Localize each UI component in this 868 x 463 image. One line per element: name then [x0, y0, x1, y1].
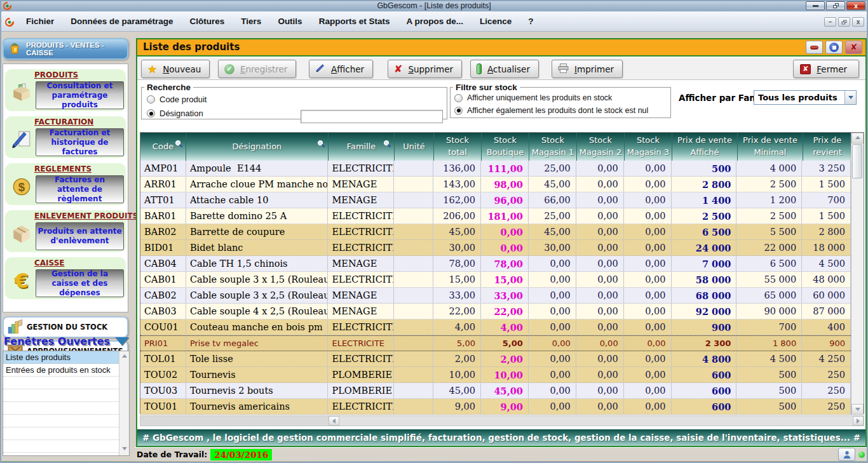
open-window-empty-row — [3, 440, 119, 453]
scroll-down-icon[interactable] — [122, 447, 127, 450]
table-vertical-scrollbar[interactable] — [851, 133, 864, 415]
consultation-produits-button[interactable]: Consultation et paramétrage produits — [36, 81, 124, 109]
column-header-stock_m2[interactable]: Stock Magasin 2 — [577, 133, 625, 161]
chevron-down-icon[interactable] — [115, 337, 129, 346]
menu-item-6[interactable]: A propos de... — [398, 11, 471, 32]
table-row-PRI01[interactable]: PRI01Prise tv megalecELECTRICITE5,005,00… — [140, 335, 851, 351]
menubar-items: FichierDonnées de paramétrageClôturesTie… — [18, 11, 541, 32]
mdi-minimize-button[interactable]: – — [824, 17, 836, 27]
column-header-pv_minimal[interactable]: Prix de vente Minimal — [738, 133, 803, 161]
column-header-famille[interactable]: Famille — [329, 133, 395, 161]
search-magnifier-icon[interactable] — [175, 140, 183, 152]
open-window-item-1[interactable]: Entrées de produits en stock — [3, 364, 119, 377]
afficher-button[interactable]: Afficher — [309, 60, 373, 78]
nouveau-button[interactable]: ★Nouveau — [141, 60, 210, 78]
column-header-stock_m1[interactable]: Stock Magasin 1 — [529, 133, 577, 161]
table-row-BAR02[interactable]: BAR02Barrette de coupureELECTRICITE45,00… — [140, 224, 851, 240]
menu-item-8[interactable]: ? — [520, 11, 541, 32]
pen-icon — [315, 64, 325, 75]
table-row-TOU02[interactable]: TOU02TournevisPLOMBERIE10,0010,000,000,0… — [140, 367, 851, 383]
section-title[interactable]: PRODUITS — [34, 70, 78, 79]
gestion-stock-button[interactable]: GESTION DU STOCK — [3, 316, 128, 338]
imprimer-button[interactable]: Imprimer — [552, 60, 623, 78]
radio-designation[interactable] — [147, 109, 155, 117]
scrollbar-thumb[interactable] — [852, 144, 862, 178]
panel-minimize-button[interactable] — [806, 41, 823, 54]
reglements-button[interactable]: Factures en attente de règlement — [36, 175, 124, 203]
window-minimize-button[interactable] — [806, 1, 825, 10]
enlevement-button[interactable]: Produits en attente d'enlèvement — [36, 222, 124, 250]
column-header-p_revient[interactable]: Prix de revient — [803, 133, 852, 161]
cell-designation: Cable TH 1,5 chinois — [186, 256, 329, 271]
panel-restore-button[interactable] — [825, 41, 843, 54]
cell-code: BAR01 — [140, 208, 186, 224]
scroll-up-icon[interactable] — [122, 354, 127, 358]
fermer-button[interactable]: ✘Fermer — [793, 60, 859, 78]
table-row-TOU03[interactable]: TOU03Tournevis 2 boutsPLOMBERIE45,0045,0… — [140, 383, 851, 399]
table-row-COU01[interactable]: COU01Couteau manche en bois pmELECTRICIT… — [140, 319, 851, 335]
search-magnifier-icon[interactable] — [383, 140, 391, 152]
section-title[interactable]: REGLEMENTS — [34, 164, 92, 173]
table-row-ATT01[interactable]: ATT01Attache cable 10MENAGE162,0096,0066… — [140, 192, 851, 208]
column-header-pv_affiche[interactable]: Prix de vente Affiché — [672, 133, 738, 161]
column-header-unite[interactable]: Unité — [395, 133, 434, 161]
table-row-CAB01[interactable]: CAB01Cable souple 3 x 1,5 (RouleauELECTR… — [140, 272, 851, 288]
column-header-code[interactable]: Code — [140, 133, 186, 161]
radio-code-produit[interactable] — [147, 95, 155, 104]
window-restore-button[interactable] — [826, 1, 845, 10]
scroll-left-button[interactable] — [329, 416, 339, 426]
table-row-CAB03[interactable]: CAB03Cable souple 4 x 2,5 (RouleauMENAGE… — [140, 304, 851, 319]
cell-code: CAB02 — [140, 288, 186, 303]
section-title[interactable]: ENLEVEMENT PRODUITS — [34, 211, 138, 220]
menu-item-1[interactable]: Données de paramétrage — [62, 11, 181, 32]
section-title[interactable]: FACTURATION — [34, 117, 93, 126]
table-row-AMP01[interactable]: AMP01Ampoule E144ELECTRICITE136,00111,00… — [140, 161, 851, 177]
menu-item-7[interactable]: Licence — [471, 11, 520, 32]
open-windows-scrollbar[interactable] — [119, 351, 129, 455]
scroll-right-button[interactable] — [853, 416, 864, 426]
window-close-button[interactable]: x — [846, 1, 865, 10]
scroll-down-button[interactable] — [851, 404, 864, 415]
mdi-restore-button[interactable] — [838, 17, 850, 27]
search-magnifier-icon[interactable] — [317, 140, 325, 152]
sidebar-header[interactable]: PRODUITS - VENTES - CAISSE — [3, 38, 128, 60]
menu-item-3[interactable]: Tiers — [233, 11, 269, 32]
mdi-close-button[interactable]: x — [852, 17, 864, 27]
column-header-stock_total[interactable]: Stock total — [434, 133, 482, 161]
table-row-ARR01[interactable]: ARR01Arrache cloue PM manche noMENAGE143… — [140, 177, 851, 192]
dropdown-arrow-icon[interactable] — [844, 91, 856, 104]
caisse-button[interactable]: Gestion de la caisse et des dépenses — [36, 269, 124, 297]
panel-close-button[interactable]: ✘ — [845, 41, 862, 54]
menu-item-4[interactable]: Outils — [269, 11, 310, 32]
column-header-designation[interactable]: Désignation — [186, 133, 329, 161]
scroll-up-button[interactable] — [851, 133, 864, 144]
column-header-stock_m3[interactable]: Stock Magasin 3 — [625, 133, 672, 161]
table-row-CAB04[interactable]: CAB04Cable TH 1,5 chinoisMENAGE78,0078,0… — [140, 256, 851, 272]
table-row-CAB02[interactable]: CAB02Cable souple 3 x 2,5 (RouleauMENAGE… — [140, 288, 851, 304]
supprimer-button[interactable]: ✘Supprimer — [388, 60, 462, 78]
column-header-stock_boutique[interactable]: Stock Boutique — [482, 133, 529, 161]
table-row-TOU01[interactable]: TOU01Tournevis americainsELECTRICITE9,00… — [140, 399, 851, 415]
cell-stock_m3: 0,00 — [624, 272, 672, 287]
table-horizontal-scrollbar[interactable] — [140, 415, 864, 426]
menu-item-0[interactable]: Fichier — [18, 11, 62, 32]
user-button[interactable] — [838, 448, 855, 461]
radio-stock-nul-label: Afficher également les produits dont le … — [467, 106, 648, 115]
facturation-button[interactable]: Facturation et historique de factures — [36, 128, 124, 156]
table-row-TOL01[interactable]: TOL01Tole lisseELECTRICITE2,002,000,000,… — [140, 351, 851, 367]
open-window-item-0[interactable]: Liste des produits — [3, 351, 119, 364]
cell-stock_m3: 0,00 — [624, 351, 672, 366]
family-select[interactable]: Tous les produits — [754, 90, 857, 105]
menu-item-5[interactable]: Rapports et Stats — [311, 11, 398, 32]
cell-stock_m3: 0,00 — [624, 383, 672, 398]
radio-produits-en-stock[interactable] — [454, 94, 463, 102]
actualiser-button[interactable]: Actualiser — [470, 60, 539, 78]
table-row-BAR01[interactable]: BAR01Barette domino 25 AELECTRICITE206,0… — [140, 208, 851, 224]
section-title[interactable]: CAISSE — [34, 258, 65, 267]
search-input[interactable] — [301, 110, 443, 123]
table-row-BID01[interactable]: BID01Bidet blancELECTRICITE30,000,0030,0… — [140, 240, 851, 256]
open-windows-title: Fenêtres Ouvertes — [4, 335, 129, 347]
cell-stock_m1: 0,00 — [529, 304, 576, 319]
menu-item-2[interactable]: Clôtures — [182, 11, 233, 32]
radio-stock-nul[interactable] — [454, 107, 463, 115]
